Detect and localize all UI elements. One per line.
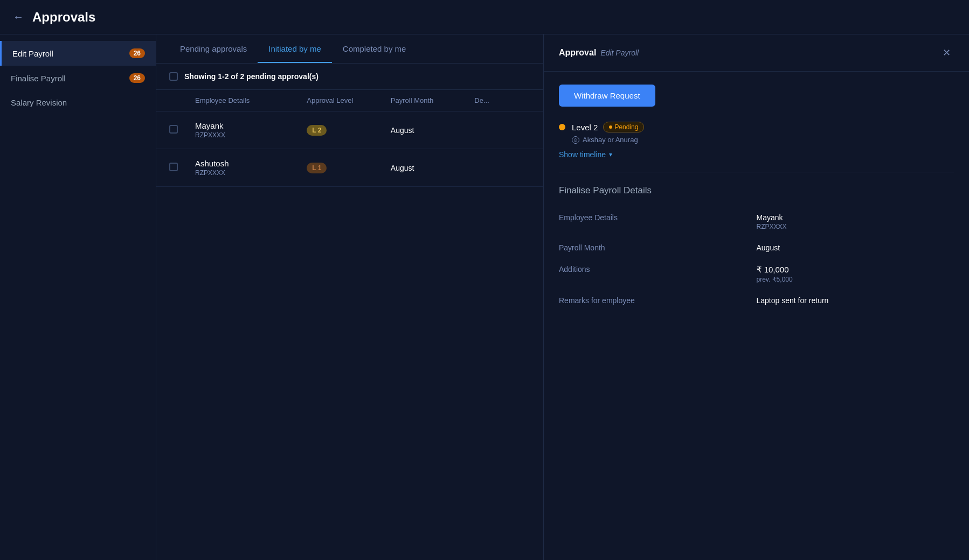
employee-cell-2: Ashutosh RZPXXXX [195,159,307,177]
details-grid: Employee Details Mayank RZPXXXX Payroll … [559,207,954,311]
payroll-month-value: August [757,237,954,258]
additions-label: Additions [559,258,757,290]
pending-text: Pending [614,123,638,131]
additions-amount: ₹ 10,000 [757,265,954,275]
additions-value: ₹ 10,000 prev. ₹5,000 [757,258,954,290]
row-check-2[interactable] [169,163,195,173]
sidebar-item-finalise-payroll[interactable]: Finalise Payroll 26 [0,66,156,90]
main-layout: Edit Payroll 26 Finalise Payroll 26 Sala… [0,34,969,560]
panel-body: Withdraw Request Level 2 Pending ⊙ Aksha… [544,72,969,324]
details-title-bold: Finalise Payroll [559,185,621,195]
level-cell-1: L 2 [307,125,391,136]
details-employee-name: Mayank [757,213,954,222]
back-button[interactable]: ← [13,11,24,23]
panel-approval-label: Approval [559,48,596,58]
row-checkbox-1[interactable] [169,125,178,134]
month-cell-1: August [391,126,475,135]
table-header: Employee Details Approval Level Payroll … [156,90,543,111]
col-header-level: Approval Level [307,96,391,104]
month-text-1: August [391,126,414,135]
sidebar-label-finalise-payroll: Finalise Payroll [11,74,66,83]
sidebar-label-salary-revision: Salary Revision [11,98,67,107]
content-area: Pending approvals Initiated by me Comple… [156,34,543,560]
details-employee-id: RZPXXXX [757,223,954,230]
approver-icon: ⊙ [572,136,579,144]
approver-row: ⊙ Akshay or Anurag [572,136,644,144]
sidebar: Edit Payroll 26 Finalise Payroll 26 Sala… [0,34,156,560]
employee-name-2: Ashutosh [195,159,307,168]
month-text-2: August [391,164,414,172]
row-check-1[interactable] [169,125,195,136]
table-row[interactable]: Ashutosh RZPXXXX L 1 August [156,149,543,187]
app-header: ← Approvals [0,0,969,34]
details-section-title: Finalise Payroll Details [559,185,954,196]
page-title: Approvals [32,10,95,25]
table-area: Showing 1-2 of 2 pending approval(s) Emp… [156,64,543,560]
level-label: Level 2 [572,123,598,132]
col-header-details: De... [474,96,530,104]
panel-approval-sub: Edit Payroll [600,48,639,57]
pending-badge: Pending [603,122,644,132]
details-title-normal: Details [624,185,652,195]
right-panel: Approval Edit Payroll ✕ Withdraw Request… [543,34,969,560]
level-badge-2: L 1 [307,163,327,173]
sidebar-badge-finalise-payroll: 26 [129,73,145,83]
remarks-label: Remarks for employee [559,290,757,311]
level-dot [559,124,565,130]
divider [559,172,954,172]
select-all-checkbox[interactable] [169,72,178,81]
chevron-down-icon: ▾ [609,151,612,158]
col-header-month: Payroll Month [391,96,475,104]
sidebar-item-edit-payroll[interactable]: Edit Payroll 26 [0,41,156,66]
month-cell-2: August [391,164,475,172]
col-header-employee: Employee Details [195,96,307,104]
panel-close-button[interactable]: ✕ [939,45,954,60]
sidebar-label-edit-payroll: Edit Payroll [12,49,53,58]
sidebar-item-salary-revision[interactable]: Salary Revision [0,90,156,115]
tab-initiated[interactable]: Initiated by me [258,34,332,63]
additions-prev: prev. ₹5,000 [757,276,954,283]
employee-id-1: RZPXXXX [195,131,307,139]
tab-completed[interactable]: Completed by me [332,34,417,63]
employee-cell-1: Mayank RZPXXXX [195,121,307,139]
tab-pending[interactable]: Pending approvals [169,34,258,63]
employee-name-1: Mayank [195,121,307,130]
showing-text: Showing 1-2 of 2 pending approval(s) [184,72,319,81]
panel-header: Approval Edit Payroll ✕ [544,34,969,72]
show-timeline-button[interactable]: Show timeline ▾ [559,150,954,159]
employee-details-value: Mayank RZPXXXX [757,207,954,237]
level-info: Level 2 Pending ⊙ Akshay or Anurag [559,122,954,144]
payroll-month-label: Payroll Month [559,237,757,258]
pending-dot-icon [609,125,612,129]
approver-name: Akshay or Anurag [583,136,638,144]
show-timeline-label: Show timeline [559,150,606,159]
level-cell-2: L 1 [307,163,391,173]
employee-id-2: RZPXXXX [195,169,307,177]
table-row[interactable]: Mayank RZPXXXX L 2 August [156,111,543,149]
row-checkbox-2[interactable] [169,163,178,171]
sidebar-badge-edit-payroll: 26 [129,48,145,58]
showing-row: Showing 1-2 of 2 pending approval(s) [156,64,543,90]
tabs-bar: Pending approvals Initiated by me Comple… [156,34,543,64]
employee-details-label: Employee Details [559,207,757,237]
level-badge-1: L 2 [307,125,327,136]
remarks-value: Laptop sent for return [757,290,954,311]
withdraw-request-button[interactable]: Withdraw Request [559,85,655,107]
